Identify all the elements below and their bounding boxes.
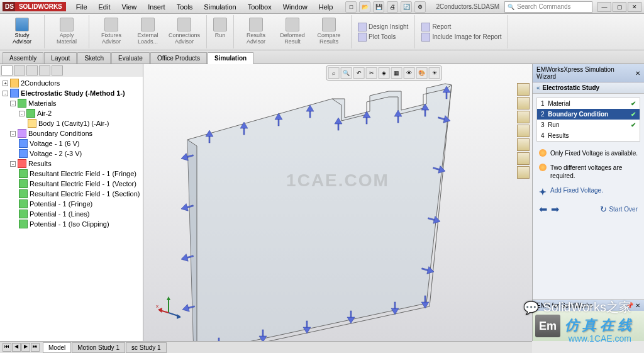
tab-simulation[interactable]: Simulation <box>208 52 253 64</box>
tree-tab-ems[interactable] <box>52 65 63 76</box>
svg-rect-44 <box>350 311 352 317</box>
tab-nav-prev[interactable]: ◀ <box>12 343 21 352</box>
menu-simulation[interactable]: Simulation <box>199 2 241 12</box>
minimize-button[interactable]: — <box>597 2 611 12</box>
menu-help[interactable]: Help <box>314 2 338 12</box>
collapse-icon[interactable]: - <box>10 131 16 137</box>
svg-rect-14 <box>366 118 367 124</box>
search-input[interactable]: Search Commands <box>504 1 592 13</box>
svg-rect-42 <box>306 321 308 327</box>
menu-toolbox[interactable]: Toolbox <box>243 2 277 12</box>
report-button[interactable]: Report <box>419 22 453 32</box>
tab-evaluate[interactable]: Evaluate <box>111 52 150 64</box>
command-tabs: Assembly Layout Sketch Evaluate Office P… <box>0 50 644 64</box>
tree-tab-property[interactable] <box>14 65 25 76</box>
rebuild-icon[interactable]: 🔄 <box>401 1 412 13</box>
wizard-next-button[interactable]: ➡ <box>551 203 559 215</box>
wizard-steps: 1 Material✔ 2 Boundary Condition✔ 3 Run✔… <box>536 98 640 142</box>
menu-file[interactable]: File <box>71 2 92 12</box>
vendor-logo-ds: DS <box>3 2 16 11</box>
menu-edit[interactable]: Edit <box>94 2 116 12</box>
model-geometry <box>150 70 514 341</box>
tab-model[interactable]: Model <box>43 342 71 353</box>
view-palette-tab-icon[interactable] <box>517 125 530 137</box>
resources-tab-icon[interactable] <box>517 83 530 96</box>
close-button[interactable]: ✕ <box>628 2 641 12</box>
run-button[interactable]: Run <box>211 16 230 40</box>
wizard-step-results[interactable]: 4 Results <box>537 130 640 141</box>
tree-tab-display[interactable] <box>39 65 50 76</box>
menu-insert[interactable]: Insert <box>143 2 170 12</box>
feature-tree[interactable]: +2Conductors -Electrostatic Study (-Meth… <box>0 77 143 341</box>
new-icon[interactable]: □ <box>345 1 357 13</box>
wizard-prev-button[interactable]: ⬅ <box>539 203 547 215</box>
feature-tree-panel: +2Conductors -Electrostatic Study (-Meth… <box>0 64 143 341</box>
collapse-icon[interactable]: - <box>10 101 16 106</box>
design-insight-button[interactable]: Design Insight <box>355 22 411 32</box>
collapse-icon[interactable]: - <box>10 161 16 167</box>
viewport-watermark: 1CAE.COM <box>286 171 389 191</box>
options-icon[interactable]: ⚙ <box>414 1 426 13</box>
assembly-icon <box>10 79 19 87</box>
loads-icon <box>141 18 155 31</box>
ems-pin-icon[interactable]: 📌 ✕ <box>626 302 640 309</box>
maximize-button[interactable]: ▢ <box>613 2 626 12</box>
include-image-button[interactable]: Include Image for Report <box>419 32 504 42</box>
body-icon <box>28 119 36 128</box>
connections-button[interactable]: Connections Advisor <box>166 16 203 47</box>
menu-view[interactable]: View <box>117 2 142 12</box>
collapse-icon[interactable]: - <box>3 91 8 96</box>
tab-motion-study[interactable]: Motion Study 1 <box>72 342 125 353</box>
fixtures-button[interactable]: Fixtures Advisor <box>93 16 130 47</box>
graphics-viewport[interactable]: ⌕ 🔍 ↶ ✂ ◈ ▦ 👁 🎨 ☀ <box>143 64 532 341</box>
study-icon <box>10 89 19 98</box>
deformed-button[interactable]: Deformed Result <box>274 16 311 47</box>
svg-marker-52 <box>177 314 181 319</box>
vendor-logo: SOLIDWORKS <box>15 2 66 11</box>
results-folder-icon <box>18 159 26 168</box>
svg-rect-18 <box>425 110 426 116</box>
tab-layout[interactable]: Layout <box>44 52 77 64</box>
ems-tab-icon[interactable] <box>517 166 530 179</box>
tree-tab-feature[interactable] <box>1 65 13 76</box>
appearances-tab-icon[interactable] <box>517 138 530 151</box>
wizard-step-material[interactable]: 1 Material✔ <box>537 98 640 109</box>
menu-window[interactable]: Window <box>278 2 313 12</box>
report-icon <box>421 23 430 31</box>
open-icon[interactable]: 📂 <box>359 1 370 13</box>
study-advisor-button[interactable]: Study Advisor <box>4 16 40 47</box>
menu-tools[interactable]: Tools <box>172 2 198 12</box>
run-icon <box>213 18 227 31</box>
svg-rect-10 <box>309 111 311 118</box>
tab-sc-study[interactable]: sc Study 1 <box>126 342 167 353</box>
start-over-link[interactable]: Start Over <box>600 205 638 214</box>
external-loads-button[interactable]: External Loads... <box>130 16 166 47</box>
plot-icon <box>19 210 28 218</box>
plot-tools-button[interactable]: Plot Tools <box>355 32 398 42</box>
wizard-step-boundary[interactable]: 2 Boundary Condition✔ <box>537 109 640 120</box>
compare-button[interactable]: Compare Results <box>311 16 347 47</box>
tab-assembly[interactable]: Assembly <box>3 52 43 64</box>
tree-tab-config[interactable] <box>26 65 38 76</box>
expand-icon[interactable]: + <box>3 81 8 86</box>
custom-props-tab-icon[interactable] <box>517 152 530 165</box>
save-icon[interactable]: 💾 <box>373 1 384 13</box>
motion-tabs: ⏮ ◀ ▶ ⏭ Model Motion Study 1 sc Study 1 <box>0 341 532 353</box>
tab-nav-next[interactable]: ▶ <box>21 343 30 352</box>
tab-sketch[interactable]: Sketch <box>77 52 111 64</box>
orientation-triad[interactable]: x <box>156 294 181 319</box>
design-library-tab-icon[interactable] <box>517 97 530 109</box>
results-advisor-button[interactable]: Results Advisor <box>238 16 274 47</box>
ems-logo: Em <box>535 315 560 337</box>
file-explorer-tab-icon[interactable] <box>517 111 530 123</box>
wizard-close-icon[interactable]: ✕ <box>635 70 640 77</box>
wizard-step-run[interactable]: 3 Run✔ <box>537 120 640 130</box>
apply-material-button[interactable]: Apply Material <box>48 16 85 47</box>
print-icon[interactable]: 🖨 <box>387 1 398 13</box>
collapse-icon[interactable]: - <box>19 111 25 116</box>
tab-office[interactable]: Office Products <box>150 52 207 64</box>
ribbon: Study Advisor Apply Material Fixtures Ad… <box>0 14 644 50</box>
tab-nav-last[interactable]: ⏭ <box>31 343 40 352</box>
add-voltage-link[interactable]: Add Fixed Voltage. <box>550 186 603 194</box>
tab-nav-first[interactable]: ⏮ <box>3 343 11 352</box>
